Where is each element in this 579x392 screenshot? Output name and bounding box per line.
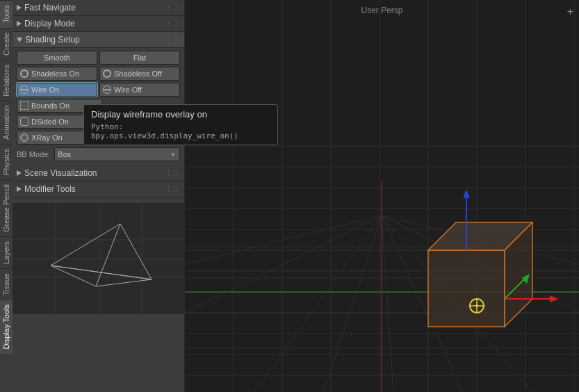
bounds-row: Bounds On [17, 99, 180, 113]
bb-mode-value: Box [58, 150, 71, 158]
viewport[interactable]: User Persp + [185, 0, 579, 392]
fast-navigate-label: Fast Navigate [24, 3, 76, 13]
wire-off-icon [103, 85, 111, 94]
wire-row: Wire On Wire Off [17, 83, 180, 97]
shadeless-on-icon [20, 70, 28, 78]
tab-tools[interactable]: Tools [0, 0, 13, 28]
fast-navigate-dots: ⋮⋮ [165, 3, 180, 13]
tab-display-tools[interactable]: Display Tools [0, 300, 13, 354]
display-mode-label: Display Mode [24, 19, 75, 28]
svg-marker-47 [428, 250, 505, 327]
fast-navigate-header[interactable]: Fast Navigate ⋮⋮ [13, 0, 184, 16]
tab-physics[interactable]: Physics [0, 144, 13, 179]
dsided-row: DSided On [17, 115, 180, 129]
bb-mode-arrow-icon: ▼ [170, 151, 177, 158]
smooth-flat-row: Smooth Flat [17, 51, 180, 65]
xray-on-icon [20, 133, 28, 142]
wire-on-icon [20, 85, 28, 94]
thumbnail-svg [13, 203, 184, 314]
svg-line-9 [96, 279, 152, 286]
viewport-title: User Persp [361, 6, 402, 15]
svg-marker-6 [51, 224, 152, 279]
display-mode-dots: ⋮⋮ [165, 19, 180, 28]
bb-mode-select[interactable]: Box ▼ [54, 147, 180, 161]
scene-viz-collapse-icon [17, 170, 22, 176]
viewport-svg [185, 0, 579, 392]
svg-line-7 [96, 224, 120, 286]
modifier-tools-collapse-icon [17, 186, 22, 192]
tab-layers[interactable]: Layers [0, 236, 13, 268]
shading-setup-content: Smooth Flat Shadeless On Shadeless Off W… [13, 48, 184, 165]
tab-create[interactable]: Create [0, 28, 13, 60]
shadeless-on-button[interactable]: Shadeless On [17, 67, 97, 81]
flat-button[interactable]: Flat [99, 51, 180, 65]
smooth-button[interactable]: Smooth [17, 51, 97, 65]
tab-relations[interactable]: Relations [0, 60, 13, 101]
shading-setup-header[interactable]: Shading Setup ⋮⋮ [13, 32, 184, 48]
dsided-on-icon [20, 117, 28, 126]
xray-row: XRay On [17, 131, 180, 145]
shadeless-off-icon [103, 70, 111, 78]
bounds-on-button[interactable]: Bounds On [17, 99, 102, 113]
tab-animation[interactable]: Animation [0, 101, 13, 144]
bb-mode-label: BB Mode: [17, 150, 50, 158]
modifier-tools-header[interactable]: Modifier Tools ⋮⋮ [13, 181, 184, 197]
panel-thumbnail [13, 203, 184, 314]
shading-setup-collapse-icon [17, 38, 22, 42]
tab-strip: Tools Create Relations Animation Physics… [0, 0, 13, 392]
scene-viz-label: Scene Visualization [24, 168, 97, 178]
shadeless-row: Shadeless On Shadeless Off [17, 67, 180, 81]
modifier-tools-label: Modifier Tools [24, 184, 76, 194]
fast-navigate-collapse-icon [17, 5, 22, 10]
bounds-on-icon [20, 101, 28, 110]
dsided-on-button[interactable]: DSided On [17, 115, 102, 129]
shadeless-off-button[interactable]: Shadeless Off [99, 67, 180, 81]
shading-setup-dots: ⋮⋮ [165, 35, 180, 44]
display-mode-header[interactable]: Display Mode ⋮⋮ [13, 16, 184, 32]
xray-on-button[interactable]: XRay On [17, 131, 102, 145]
wire-off-button[interactable]: Wire Off [99, 83, 180, 97]
scene-viz-dots: ⋮⋮ [165, 169, 180, 178]
tab-tissue[interactable]: Tissue [0, 268, 13, 300]
viewport-expand-icon[interactable]: + [567, 6, 573, 18]
tab-grease-pencil[interactable]: Grease Pencil [0, 179, 13, 236]
shading-setup-label: Shading Setup [25, 35, 80, 44]
display-mode-collapse-icon [17, 21, 22, 26]
modifier-tools-dots: ⋮⋮ [165, 185, 180, 194]
scene-visualization-header[interactable]: Scene Visualization ⋮⋮ [13, 165, 184, 181]
main-panel: Fast Navigate ⋮⋮ Display Mode ⋮⋮ Shading… [13, 0, 185, 392]
wire-on-button[interactable]: Wire On [17, 83, 97, 97]
bb-mode-row: BB Mode: Box ▼ [17, 147, 180, 161]
